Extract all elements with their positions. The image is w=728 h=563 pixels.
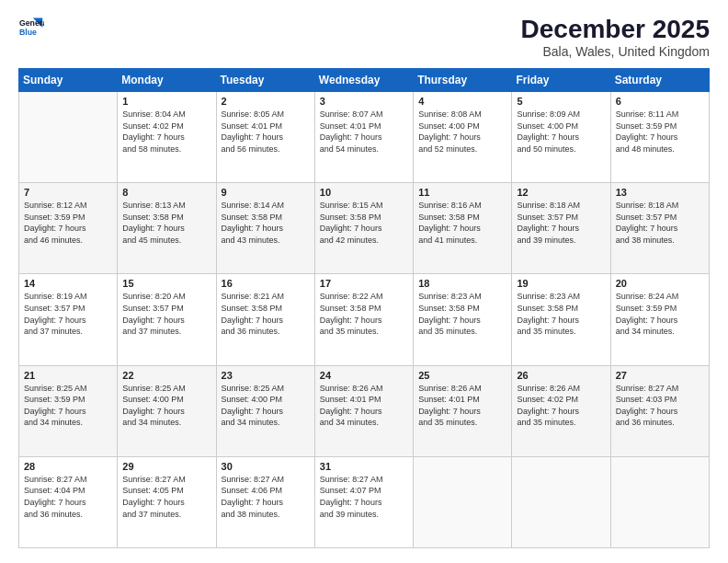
day-info: Sunrise: 8:23 AM Sunset: 3:58 PM Dayligh…: [418, 291, 506, 337]
table-row: 1Sunrise: 8:04 AM Sunset: 4:02 PM Daylig…: [118, 92, 216, 183]
day-number: 28: [24, 461, 112, 472]
table-row: [19, 92, 118, 183]
day-info: Sunrise: 8:27 AM Sunset: 4:07 PM Dayligh…: [320, 474, 408, 520]
day-number: 21: [24, 370, 112, 381]
table-row: [414, 456, 512, 547]
logo: General Blue: [18, 15, 44, 40]
day-info: Sunrise: 8:25 AM Sunset: 4:00 PM Dayligh…: [122, 383, 210, 429]
weekday-header-row: Sunday Monday Tuesday Wednesday Thursday…: [19, 69, 710, 92]
table-row: 7Sunrise: 8:12 AM Sunset: 3:59 PM Daylig…: [19, 183, 118, 274]
day-info: Sunrise: 8:11 AM Sunset: 3:59 PM Dayligh…: [616, 109, 704, 155]
header-thursday: Thursday: [414, 69, 512, 92]
day-info: Sunrise: 8:04 AM Sunset: 4:02 PM Dayligh…: [122, 109, 210, 155]
day-info: Sunrise: 8:26 AM Sunset: 4:01 PM Dayligh…: [418, 383, 506, 429]
day-number: 29: [122, 461, 210, 472]
day-number: 27: [616, 370, 704, 381]
logo-icon: General Blue: [18, 15, 44, 40]
day-number: 3: [320, 96, 408, 107]
table-row: 13Sunrise: 8:18 AM Sunset: 3:57 PM Dayli…: [610, 183, 709, 274]
day-number: 22: [122, 370, 210, 381]
day-number: 23: [222, 370, 310, 381]
header: General Blue December 2025 Bala, Wales, …: [18, 15, 710, 59]
table-row: 4Sunrise: 8:08 AM Sunset: 4:00 PM Daylig…: [414, 92, 512, 183]
table-row: 28Sunrise: 8:27 AM Sunset: 4:04 PM Dayli…: [19, 456, 118, 547]
day-info: Sunrise: 8:13 AM Sunset: 3:58 PM Dayligh…: [122, 200, 210, 246]
day-info: Sunrise: 8:23 AM Sunset: 3:58 PM Dayligh…: [517, 291, 605, 337]
day-number: 20: [616, 278, 704, 289]
day-number: 2: [222, 96, 310, 107]
table-row: 18Sunrise: 8:23 AM Sunset: 3:58 PM Dayli…: [414, 274, 512, 365]
day-info: Sunrise: 8:27 AM Sunset: 4:04 PM Dayligh…: [24, 474, 112, 520]
calendar-week-row: 7Sunrise: 8:12 AM Sunset: 3:59 PM Daylig…: [19, 183, 710, 274]
table-row: 26Sunrise: 8:26 AM Sunset: 4:02 PM Dayli…: [512, 365, 610, 456]
day-info: Sunrise: 8:08 AM Sunset: 4:00 PM Dayligh…: [418, 109, 506, 155]
svg-text:Blue: Blue: [19, 28, 37, 37]
calendar-week-row: 1Sunrise: 8:04 AM Sunset: 4:02 PM Daylig…: [19, 92, 710, 183]
day-info: Sunrise: 8:27 AM Sunset: 4:06 PM Dayligh…: [222, 474, 310, 520]
day-info: Sunrise: 8:15 AM Sunset: 3:58 PM Dayligh…: [320, 200, 408, 246]
day-number: 18: [418, 278, 506, 289]
table-row: 2Sunrise: 8:05 AM Sunset: 4:01 PM Daylig…: [216, 92, 314, 183]
day-number: 5: [517, 96, 605, 107]
day-number: 31: [320, 461, 408, 472]
day-number: 17: [320, 278, 408, 289]
day-info: Sunrise: 8:05 AM Sunset: 4:01 PM Dayligh…: [222, 109, 310, 155]
day-number: 6: [616, 96, 704, 107]
header-tuesday: Tuesday: [216, 69, 314, 92]
table-row: 23Sunrise: 8:25 AM Sunset: 4:00 PM Dayli…: [216, 365, 314, 456]
day-info: Sunrise: 8:24 AM Sunset: 3:59 PM Dayligh…: [616, 291, 704, 337]
table-row: 3Sunrise: 8:07 AM Sunset: 4:01 PM Daylig…: [314, 92, 413, 183]
header-saturday: Saturday: [610, 69, 709, 92]
day-info: Sunrise: 8:25 AM Sunset: 4:00 PM Dayligh…: [222, 383, 310, 429]
day-number: 19: [517, 278, 605, 289]
table-row: 24Sunrise: 8:26 AM Sunset: 4:01 PM Dayli…: [314, 365, 413, 456]
table-row: 11Sunrise: 8:16 AM Sunset: 3:58 PM Dayli…: [414, 183, 512, 274]
header-friday: Friday: [512, 69, 610, 92]
table-row: 5Sunrise: 8:09 AM Sunset: 4:00 PM Daylig…: [512, 92, 610, 183]
day-info: Sunrise: 8:19 AM Sunset: 3:57 PM Dayligh…: [24, 291, 112, 337]
day-number: 1: [122, 96, 210, 107]
day-info: Sunrise: 8:12 AM Sunset: 3:59 PM Dayligh…: [24, 200, 112, 246]
table-row: 29Sunrise: 8:27 AM Sunset: 4:05 PM Dayli…: [118, 456, 216, 547]
table-row: 21Sunrise: 8:25 AM Sunset: 3:59 PM Dayli…: [19, 365, 118, 456]
header-sunday: Sunday: [19, 69, 118, 92]
day-number: 26: [517, 370, 605, 381]
table-row: 8Sunrise: 8:13 AM Sunset: 3:58 PM Daylig…: [118, 183, 216, 274]
day-number: 30: [222, 461, 310, 472]
month-title: December 2025: [521, 15, 710, 44]
table-row: 20Sunrise: 8:24 AM Sunset: 3:59 PM Dayli…: [610, 274, 709, 365]
table-row: 27Sunrise: 8:27 AM Sunset: 4:03 PM Dayli…: [610, 365, 709, 456]
day-info: Sunrise: 8:09 AM Sunset: 4:00 PM Dayligh…: [517, 109, 605, 155]
day-number: 13: [616, 187, 704, 198]
day-info: Sunrise: 8:21 AM Sunset: 3:58 PM Dayligh…: [222, 291, 310, 337]
day-number: 10: [320, 187, 408, 198]
location: Bala, Wales, United Kingdom: [521, 44, 710, 59]
day-info: Sunrise: 8:26 AM Sunset: 4:02 PM Dayligh…: [517, 383, 605, 429]
calendar-week-row: 28Sunrise: 8:27 AM Sunset: 4:04 PM Dayli…: [19, 456, 710, 547]
day-number: 11: [418, 187, 506, 198]
title-block: December 2025 Bala, Wales, United Kingdo…: [521, 15, 710, 59]
table-row: 10Sunrise: 8:15 AM Sunset: 3:58 PM Dayli…: [314, 183, 413, 274]
table-row: 16Sunrise: 8:21 AM Sunset: 3:58 PM Dayli…: [216, 274, 314, 365]
table-row: 22Sunrise: 8:25 AM Sunset: 4:00 PM Dayli…: [118, 365, 216, 456]
table-row: [610, 456, 709, 547]
day-number: 8: [122, 187, 210, 198]
calendar-table: Sunday Monday Tuesday Wednesday Thursday…: [18, 68, 710, 548]
table-row: 12Sunrise: 8:18 AM Sunset: 3:57 PM Dayli…: [512, 183, 610, 274]
day-number: 14: [24, 278, 112, 289]
calendar-week-row: 21Sunrise: 8:25 AM Sunset: 3:59 PM Dayli…: [19, 365, 710, 456]
day-number: 12: [517, 187, 605, 198]
day-info: Sunrise: 8:22 AM Sunset: 3:58 PM Dayligh…: [320, 291, 408, 337]
day-info: Sunrise: 8:18 AM Sunset: 3:57 PM Dayligh…: [616, 200, 704, 246]
day-number: 16: [222, 278, 310, 289]
table-row: 17Sunrise: 8:22 AM Sunset: 3:58 PM Dayli…: [314, 274, 413, 365]
calendar-week-row: 14Sunrise: 8:19 AM Sunset: 3:57 PM Dayli…: [19, 274, 710, 365]
day-info: Sunrise: 8:16 AM Sunset: 3:58 PM Dayligh…: [418, 200, 506, 246]
day-number: 15: [122, 278, 210, 289]
day-number: 24: [320, 370, 408, 381]
table-row: 25Sunrise: 8:26 AM Sunset: 4:01 PM Dayli…: [414, 365, 512, 456]
table-row: 30Sunrise: 8:27 AM Sunset: 4:06 PM Dayli…: [216, 456, 314, 547]
header-wednesday: Wednesday: [314, 69, 413, 92]
day-info: Sunrise: 8:26 AM Sunset: 4:01 PM Dayligh…: [320, 383, 408, 429]
day-info: Sunrise: 8:14 AM Sunset: 3:58 PM Dayligh…: [222, 200, 310, 246]
